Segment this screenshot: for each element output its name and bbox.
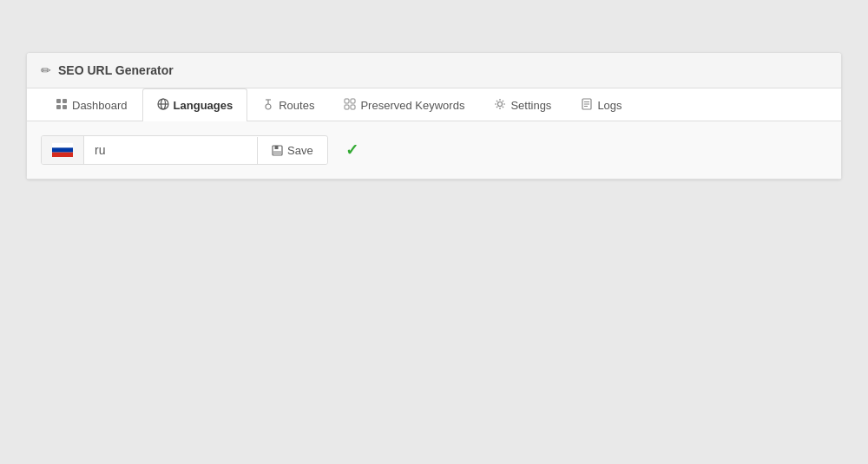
svg-rect-20 [52, 147, 73, 152]
routes-icon [262, 98, 274, 113]
pencil-icon: ✏ [41, 63, 51, 77]
language-row: Save [41, 135, 328, 165]
checkmark-icon: ✓ [345, 141, 358, 160]
save-label: Save [287, 144, 313, 157]
svg-rect-19 [52, 143, 73, 147]
tab-preserved-keywords-label: Preserved Keywords [360, 99, 464, 112]
languages-icon [157, 98, 169, 113]
tab-routes[interactable]: Routes [247, 88, 329, 121]
russian-flag-icon [52, 143, 73, 157]
panel-title: SEO URL Generator [58, 63, 174, 77]
svg-rect-0 [56, 99, 61, 103]
svg-point-14 [498, 102, 503, 107]
svg-rect-24 [273, 151, 281, 155]
save-icon [272, 145, 283, 156]
svg-rect-2 [56, 105, 61, 109]
svg-rect-11 [351, 99, 355, 103]
preserved-keywords-icon [344, 98, 356, 113]
flag-cell [42, 136, 84, 164]
svg-rect-23 [275, 146, 279, 149]
tab-preserved-keywords[interactable]: Preserved Keywords [329, 88, 479, 121]
svg-rect-13 [351, 105, 355, 109]
tab-settings-label: Settings [510, 99, 551, 112]
logs-icon [581, 98, 593, 113]
tab-languages-label: Languages [174, 99, 233, 112]
language-input[interactable] [84, 136, 257, 164]
svg-point-7 [266, 104, 271, 109]
svg-rect-12 [345, 105, 349, 109]
svg-rect-3 [62, 105, 67, 109]
panel-header: ✏ SEO URL Generator [27, 53, 841, 88]
tab-logs-label: Logs [597, 99, 621, 112]
svg-rect-1 [62, 99, 67, 103]
tab-bar: Dashboard Languages Routes [27, 88, 841, 121]
main-panel: ✏ SEO URL Generator Dashboard [26, 52, 842, 180]
tab-routes-label: Routes [279, 99, 314, 112]
tab-languages[interactable]: Languages [142, 88, 248, 121]
svg-rect-21 [52, 153, 73, 157]
tab-logs[interactable]: Logs [566, 88, 636, 121]
settings-icon [494, 98, 506, 113]
dashboard-icon [56, 98, 68, 113]
svg-rect-10 [345, 99, 349, 103]
save-button[interactable]: Save [257, 137, 327, 164]
panel-body: Save ✓ [27, 121, 841, 179]
language-row-wrapper: Save ✓ [41, 135, 827, 165]
tab-dashboard-label: Dashboard [72, 99, 128, 112]
tab-settings[interactable]: Settings [479, 88, 566, 121]
tab-dashboard[interactable]: Dashboard [41, 88, 142, 121]
